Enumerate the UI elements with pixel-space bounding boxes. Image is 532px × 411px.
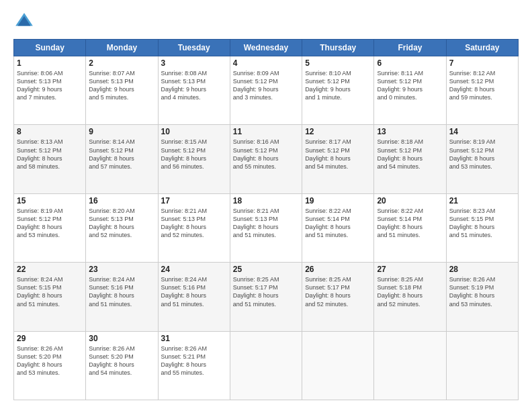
calendar-cell: 31Sunrise: 8:26 AM Sunset: 5:21 PM Dayli… [158, 331, 230, 400]
calendar-cell: 1Sunrise: 8:06 AM Sunset: 5:13 PM Daylig… [14, 56, 86, 125]
day-detail: Sunrise: 8:07 AM Sunset: 5:13 PM Dayligh… [89, 69, 154, 102]
day-detail: Sunrise: 8:24 AM Sunset: 5:16 PM Dayligh… [161, 275, 227, 308]
calendar-cell: 25Sunrise: 8:25 AM Sunset: 5:17 PM Dayli… [230, 263, 302, 331]
day-detail: Sunrise: 8:20 AM Sunset: 5:13 PM Dayligh… [89, 207, 154, 240]
calendar-cell: 20Sunrise: 8:22 AM Sunset: 5:14 PM Dayli… [374, 193, 446, 262]
calendar-cell [374, 331, 446, 400]
day-number: 6 [377, 58, 443, 68]
day-header-sunday: Sunday [14, 40, 86, 56]
calendar-cell: 27Sunrise: 8:25 AM Sunset: 5:18 PM Dayli… [374, 263, 446, 331]
day-detail: Sunrise: 8:26 AM Sunset: 5:20 PM Dayligh… [89, 345, 154, 377]
calendar-header-row: SundayMondayTuesdayWednesdayThursdayFrid… [14, 40, 519, 56]
calendar-cell: 3Sunrise: 8:08 AM Sunset: 5:13 PM Daylig… [158, 56, 230, 125]
day-detail: Sunrise: 8:14 AM Sunset: 5:12 PM Dayligh… [89, 138, 154, 171]
day-number: 26 [305, 265, 371, 274]
day-header-wednesday: Wednesday [230, 40, 302, 56]
calendar-cell: 28Sunrise: 8:26 AM Sunset: 5:19 PM Dayli… [446, 263, 518, 331]
logo-icon [13, 11, 35, 32]
day-detail: Sunrise: 8:24 AM Sunset: 5:15 PM Dayligh… [17, 275, 83, 308]
day-detail: Sunrise: 8:25 AM Sunset: 5:17 PM Dayligh… [305, 275, 371, 308]
calendar-cell: 6Sunrise: 8:11 AM Sunset: 5:12 PM Daylig… [374, 56, 446, 125]
calendar-cell: 7Sunrise: 8:12 AM Sunset: 5:12 PM Daylig… [446, 56, 518, 125]
day-detail: Sunrise: 8:11 AM Sunset: 5:12 PM Dayligh… [377, 69, 443, 102]
calendar-cell: 8Sunrise: 8:13 AM Sunset: 5:12 PM Daylig… [14, 125, 86, 193]
day-detail: Sunrise: 8:12 AM Sunset: 5:12 PM Dayligh… [449, 69, 515, 102]
day-detail: Sunrise: 8:09 AM Sunset: 5:12 PM Dayligh… [233, 69, 299, 102]
calendar-week-row: 22Sunrise: 8:24 AM Sunset: 5:15 PM Dayli… [14, 263, 519, 331]
calendar-cell: 22Sunrise: 8:24 AM Sunset: 5:15 PM Dayli… [14, 263, 86, 331]
calendar-cell: 15Sunrise: 8:19 AM Sunset: 5:12 PM Dayli… [14, 193, 86, 262]
calendar-cell: 12Sunrise: 8:17 AM Sunset: 5:12 PM Dayli… [302, 125, 374, 193]
day-number: 27 [377, 265, 443, 274]
day-detail: Sunrise: 8:16 AM Sunset: 5:12 PM Dayligh… [233, 138, 299, 171]
calendar-cell: 18Sunrise: 8:21 AM Sunset: 5:13 PM Dayli… [230, 193, 302, 262]
calendar-cell: 9Sunrise: 8:14 AM Sunset: 5:12 PM Daylig… [86, 125, 158, 193]
day-number: 20 [377, 196, 443, 205]
day-detail: Sunrise: 8:18 AM Sunset: 5:12 PM Dayligh… [377, 138, 443, 171]
day-number: 31 [161, 334, 227, 343]
logo [13, 11, 38, 32]
day-number: 12 [305, 127, 371, 136]
day-number: 19 [305, 196, 371, 205]
page: SundayMondayTuesdayWednesdayThursdayFrid… [0, 0, 532, 411]
calendar-cell: 30Sunrise: 8:26 AM Sunset: 5:20 PM Dayli… [86, 331, 158, 400]
day-detail: Sunrise: 8:21 AM Sunset: 5:13 PM Dayligh… [161, 207, 227, 240]
day-detail: Sunrise: 8:13 AM Sunset: 5:12 PM Dayligh… [17, 138, 83, 171]
day-detail: Sunrise: 8:26 AM Sunset: 5:20 PM Dayligh… [17, 345, 83, 377]
day-number: 5 [305, 58, 371, 68]
calendar-cell: 14Sunrise: 8:19 AM Sunset: 5:12 PM Dayli… [446, 125, 518, 193]
day-number: 14 [449, 127, 515, 136]
calendar-cell [446, 331, 518, 400]
calendar-cell: 23Sunrise: 8:24 AM Sunset: 5:16 PM Dayli… [86, 263, 158, 331]
day-detail: Sunrise: 8:17 AM Sunset: 5:12 PM Dayligh… [305, 138, 371, 171]
day-number: 29 [17, 334, 83, 343]
calendar-cell: 13Sunrise: 8:18 AM Sunset: 5:12 PM Dayli… [374, 125, 446, 193]
calendar-cell: 21Sunrise: 8:23 AM Sunset: 5:15 PM Dayli… [446, 193, 518, 262]
day-detail: Sunrise: 8:19 AM Sunset: 5:12 PM Dayligh… [449, 138, 515, 171]
calendar-cell: 24Sunrise: 8:24 AM Sunset: 5:16 PM Dayli… [158, 263, 230, 331]
calendar-week-row: 1Sunrise: 8:06 AM Sunset: 5:13 PM Daylig… [14, 56, 519, 125]
day-number: 15 [17, 196, 83, 205]
day-number: 21 [449, 196, 515, 205]
calendar-cell: 10Sunrise: 8:15 AM Sunset: 5:12 PM Dayli… [158, 125, 230, 193]
calendar-cell [302, 331, 374, 400]
day-detail: Sunrise: 8:26 AM Sunset: 5:19 PM Dayligh… [449, 275, 515, 308]
day-number: 1 [17, 58, 83, 68]
day-detail: Sunrise: 8:08 AM Sunset: 5:13 PM Dayligh… [161, 69, 227, 102]
day-number: 24 [161, 265, 227, 274]
day-header-friday: Friday [374, 40, 446, 56]
day-detail: Sunrise: 8:25 AM Sunset: 5:17 PM Dayligh… [233, 275, 299, 308]
day-number: 22 [17, 265, 83, 274]
calendar-cell: 17Sunrise: 8:21 AM Sunset: 5:13 PM Dayli… [158, 193, 230, 262]
day-detail: Sunrise: 8:19 AM Sunset: 5:12 PM Dayligh… [17, 207, 83, 240]
day-detail: Sunrise: 8:06 AM Sunset: 5:13 PM Dayligh… [17, 69, 83, 102]
day-number: 25 [233, 265, 299, 274]
day-number: 7 [449, 58, 515, 68]
day-header-tuesday: Tuesday [158, 40, 230, 56]
calendar-week-row: 15Sunrise: 8:19 AM Sunset: 5:12 PM Dayli… [14, 193, 519, 262]
calendar-cell: 29Sunrise: 8:26 AM Sunset: 5:20 PM Dayli… [14, 331, 86, 400]
calendar-table: SundayMondayTuesdayWednesdayThursdayFrid… [13, 39, 519, 400]
day-detail: Sunrise: 8:22 AM Sunset: 5:14 PM Dayligh… [377, 207, 443, 240]
header [13, 11, 519, 32]
day-detail: Sunrise: 8:22 AM Sunset: 5:14 PM Dayligh… [305, 207, 371, 240]
calendar-cell [230, 331, 302, 400]
day-number: 3 [161, 58, 227, 68]
day-detail: Sunrise: 8:10 AM Sunset: 5:12 PM Dayligh… [305, 69, 371, 102]
day-header-monday: Monday [86, 40, 158, 56]
calendar-cell: 16Sunrise: 8:20 AM Sunset: 5:13 PM Dayli… [86, 193, 158, 262]
day-number: 2 [89, 58, 154, 68]
day-header-saturday: Saturday [446, 40, 518, 56]
day-detail: Sunrise: 8:26 AM Sunset: 5:21 PM Dayligh… [161, 345, 227, 377]
day-detail: Sunrise: 8:15 AM Sunset: 5:12 PM Dayligh… [161, 138, 227, 171]
calendar-cell: 4Sunrise: 8:09 AM Sunset: 5:12 PM Daylig… [230, 56, 302, 125]
day-detail: Sunrise: 8:24 AM Sunset: 5:16 PM Dayligh… [89, 275, 154, 308]
day-number: 11 [233, 127, 299, 136]
calendar-cell: 2Sunrise: 8:07 AM Sunset: 5:13 PM Daylig… [86, 56, 158, 125]
day-detail: Sunrise: 8:21 AM Sunset: 5:13 PM Dayligh… [233, 207, 299, 240]
day-detail: Sunrise: 8:23 AM Sunset: 5:15 PM Dayligh… [449, 207, 515, 240]
day-number: 8 [17, 127, 83, 136]
calendar-cell: 5Sunrise: 8:10 AM Sunset: 5:12 PM Daylig… [302, 56, 374, 125]
day-number: 9 [89, 127, 154, 136]
day-number: 28 [449, 265, 515, 274]
